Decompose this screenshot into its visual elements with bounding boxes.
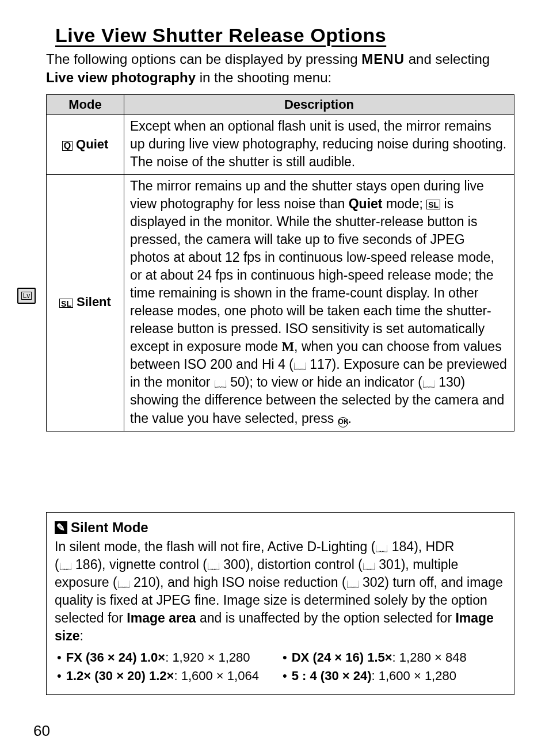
modes-table: Mode Description QQuiet Except when an o… bbox=[46, 94, 514, 432]
book-icon bbox=[59, 557, 72, 572]
ref-num: 130 bbox=[439, 375, 460, 390]
ref-num: 300 bbox=[223, 557, 245, 572]
note-text: ), vignette control ( bbox=[97, 557, 207, 572]
desc-cell-quiet: Except when an optional flash unit is us… bbox=[124, 114, 514, 174]
size-value: 1,280 × 848 bbox=[399, 650, 467, 665]
size-item-fx: •FX (36 × 24) 1.0×: 1,920 × 1,280 bbox=[55, 648, 280, 667]
intro-text-3: in the shooting menu: bbox=[196, 70, 331, 85]
size-item-54: •5 : 4 (30 × 24): 1,600 × 1,280 bbox=[280, 667, 506, 685]
pencil-icon bbox=[55, 521, 67, 534]
page-ref-300: 300 bbox=[207, 557, 246, 572]
page-ref-301: 301 bbox=[363, 557, 401, 572]
size-label: 5 : 4 (30 × 24) bbox=[292, 669, 372, 683]
intro-text: The following options can be displayed b… bbox=[46, 51, 361, 67]
ref-num: 210 bbox=[134, 575, 155, 590]
page-ref-210: 210 bbox=[117, 575, 156, 590]
desc-bold-quiet: Quiet bbox=[349, 196, 383, 211]
ref-num: 301 bbox=[379, 557, 401, 572]
size-item-dx: •DX (24 × 16) 1.5×: 1,280 × 848 bbox=[280, 648, 506, 667]
note-title-text: Silent Mode bbox=[71, 520, 148, 535]
image-size-list: •FX (36 × 24) 1.0×: 1,920 × 1,280 •1.2× … bbox=[55, 648, 506, 685]
ok-button-icon: OK bbox=[338, 417, 348, 427]
page-ref-302: 302 bbox=[346, 575, 385, 590]
size-item-12x: •1.2× (30 × 20) 1.2×: 1,600 × 1,064 bbox=[55, 667, 280, 685]
page-ref-117: 117 bbox=[293, 357, 332, 372]
desc-text: ); to view or hide an indicator ( bbox=[245, 375, 422, 390]
mode-cell-quiet: QQuiet bbox=[47, 114, 124, 174]
intro-bold: Live view photography bbox=[46, 70, 196, 85]
desc-text: mode; bbox=[383, 196, 427, 211]
desc-cell-silent: The mirror remains up and the shutter st… bbox=[124, 174, 514, 431]
note-text: ), distortion control ( bbox=[246, 557, 363, 572]
page-ref-186: 186 bbox=[59, 557, 98, 572]
note-text: and is unaffected by the option selected… bbox=[196, 610, 456, 625]
note-body: In silent mode, the flash will not fire,… bbox=[55, 538, 506, 645]
intro-text-2: and selecting bbox=[405, 51, 490, 67]
menu-label: MENU bbox=[361, 51, 405, 67]
note-text: ), and high ISO noise reduction ( bbox=[155, 575, 346, 590]
mode-label-quiet: Quiet bbox=[76, 137, 108, 151]
desc-text: is displayed in the monitor. While the s… bbox=[130, 196, 494, 354]
book-icon bbox=[293, 357, 306, 372]
book-icon bbox=[117, 575, 130, 590]
note-title: Silent Mode bbox=[55, 518, 506, 537]
col-header-desc: Description bbox=[124, 94, 514, 114]
sl-inline-icon: SL bbox=[426, 200, 440, 209]
col-header-mode: Mode bbox=[47, 94, 124, 114]
ref-num: 302 bbox=[363, 575, 384, 590]
size-label: FX (36 × 24) 1.0× bbox=[66, 650, 165, 665]
page-ref-50: 50 bbox=[214, 375, 245, 390]
note-text: : bbox=[79, 628, 83, 643]
ref-num: 186 bbox=[75, 557, 97, 572]
ref-num: 184 bbox=[392, 539, 414, 554]
ref-num: 117 bbox=[310, 357, 331, 372]
page-title: Live View Shutter Release Options bbox=[55, 24, 514, 47]
size-value: 1,920 × 1,280 bbox=[172, 650, 250, 665]
mode-cell-silent: SLSilent bbox=[47, 174, 124, 431]
intro-paragraph: The following options can be displayed b… bbox=[46, 50, 514, 87]
silent-mode-note: Silent Mode In silent mode, the flash wi… bbox=[46, 512, 514, 695]
book-icon bbox=[363, 557, 375, 572]
size-value: 1,600 × 1,064 bbox=[181, 669, 259, 683]
desc-text: . bbox=[348, 411, 352, 426]
quiet-icon: Q bbox=[62, 141, 73, 151]
page-number: 60 bbox=[33, 722, 50, 740]
book-icon bbox=[346, 575, 359, 590]
size-value: 1,600 × 1,280 bbox=[379, 669, 456, 683]
book-icon bbox=[375, 539, 388, 554]
book-icon bbox=[214, 375, 227, 390]
book-icon bbox=[422, 375, 435, 390]
note-text: In silent mode, the flash will not fire,… bbox=[55, 539, 375, 554]
page-ref-184: 184 bbox=[375, 539, 414, 554]
table-row-quiet: QQuiet Except when an optional flash uni… bbox=[47, 114, 514, 174]
book-icon bbox=[207, 557, 220, 572]
exposure-mode-m: M bbox=[281, 339, 294, 354]
note-bold-image-area: Image area bbox=[127, 610, 196, 625]
size-label: DX (24 × 16) 1.5× bbox=[292, 650, 392, 665]
page-ref-130: 130 bbox=[422, 375, 461, 390]
size-label: 1.2× (30 × 20) 1.2× bbox=[66, 669, 174, 683]
mode-label-silent: Silent bbox=[77, 295, 111, 309]
table-row-silent: SLSilent The mirror remains up and the s… bbox=[47, 174, 514, 431]
ref-num: 50 bbox=[230, 375, 245, 390]
silent-icon: SL bbox=[59, 299, 73, 308]
